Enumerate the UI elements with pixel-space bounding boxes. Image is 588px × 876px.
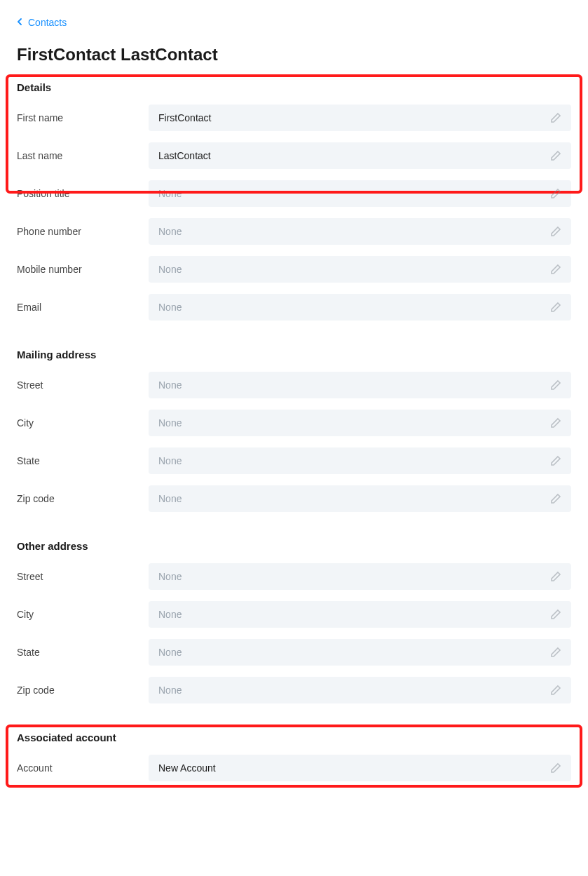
field-label: Street [17, 571, 149, 582]
section-other-address: Other address Street None City None Stat… [17, 540, 571, 703]
field-row-mail-state: State None [17, 447, 571, 474]
section-title-details: Details [17, 81, 571, 93]
field-row-account: Account New Account [17, 755, 571, 781]
field-placeholder: None [158, 379, 182, 391]
field-label: City [17, 609, 149, 620]
field-row-last-name: Last name LastContact [17, 142, 571, 169]
section-title-mailing: Mailing address [17, 349, 571, 360]
field-value: LastContact [158, 150, 211, 161]
pencil-icon [550, 112, 561, 123]
section-details: Details First name FirstContact Last nam… [17, 81, 571, 321]
account-field[interactable]: New Account [149, 755, 571, 781]
first-name-field[interactable]: FirstContact [149, 105, 571, 131]
field-row-email: Email None [17, 294, 571, 321]
pencil-icon [550, 188, 561, 199]
mailing-zip-field[interactable]: None [149, 485, 571, 512]
phone-number-field[interactable]: None [149, 218, 571, 245]
field-placeholder: None [158, 647, 182, 658]
field-label: Zip code [17, 493, 149, 504]
field-row-other-zip: Zip code None [17, 677, 571, 703]
field-label: Position title [17, 188, 149, 199]
breadcrumb-back[interactable]: Contacts [17, 17, 571, 28]
pencil-icon [550, 455, 561, 466]
pencil-icon [550, 609, 561, 620]
field-label: Last name [17, 150, 149, 161]
chevron-left-icon [17, 18, 22, 27]
field-placeholder: None [158, 264, 182, 275]
last-name-field[interactable]: LastContact [149, 142, 571, 169]
other-zip-field[interactable]: None [149, 677, 571, 703]
field-label: State [17, 647, 149, 658]
field-label: Account [17, 762, 149, 774]
other-state-field[interactable]: None [149, 639, 571, 666]
field-row-phone: Phone number None [17, 218, 571, 245]
pencil-icon [550, 493, 561, 504]
email-field[interactable]: None [149, 294, 571, 321]
field-label: Zip code [17, 685, 149, 696]
pencil-icon [550, 417, 561, 429]
section-associated-account: Associated account Account New Account [17, 732, 571, 781]
field-row-mail-zip: Zip code None [17, 485, 571, 512]
section-mailing-address: Mailing address Street None City None St… [17, 349, 571, 512]
pencil-icon [550, 302, 561, 313]
pencil-icon [550, 150, 561, 161]
field-placeholder: None [158, 493, 182, 504]
mailing-street-field[interactable]: None [149, 372, 571, 398]
field-placeholder: None [158, 226, 182, 237]
field-placeholder: None [158, 609, 182, 620]
mobile-number-field[interactable]: None [149, 256, 571, 283]
field-value: FirstContact [158, 112, 211, 123]
field-placeholder: None [158, 685, 182, 696]
field-row-mobile: Mobile number None [17, 256, 571, 283]
field-value: New Account [158, 762, 216, 774]
field-row-first-name: First name FirstContact [17, 105, 571, 131]
field-placeholder: None [158, 188, 182, 199]
field-row-other-state: State None [17, 639, 571, 666]
pencil-icon [550, 685, 561, 696]
field-label: First name [17, 112, 149, 123]
field-label: Email [17, 302, 149, 313]
section-title-account: Associated account [17, 732, 571, 743]
pencil-icon [550, 647, 561, 658]
field-row-other-street: Street None [17, 563, 571, 590]
field-label: Phone number [17, 226, 149, 237]
position-title-field[interactable]: None [149, 180, 571, 207]
field-label: City [17, 417, 149, 429]
page-title: FirstContact LastContact [17, 45, 571, 65]
field-row-position: Position title None [17, 180, 571, 207]
field-placeholder: None [158, 417, 182, 429]
breadcrumb-label: Contacts [28, 17, 67, 28]
pencil-icon [550, 379, 561, 391]
other-city-field[interactable]: None [149, 601, 571, 628]
field-label: Street [17, 379, 149, 391]
field-row-mail-city: City None [17, 410, 571, 436]
field-row-mail-street: Street None [17, 372, 571, 398]
mailing-city-field[interactable]: None [149, 410, 571, 436]
field-placeholder: None [158, 302, 182, 313]
field-placeholder: None [158, 455, 182, 466]
field-label: Mobile number [17, 264, 149, 275]
pencil-icon [550, 226, 561, 237]
field-placeholder: None [158, 571, 182, 582]
pencil-icon [550, 762, 561, 774]
pencil-icon [550, 264, 561, 275]
field-label: State [17, 455, 149, 466]
field-row-other-city: City None [17, 601, 571, 628]
other-street-field[interactable]: None [149, 563, 571, 590]
section-title-other: Other address [17, 540, 571, 552]
pencil-icon [550, 571, 561, 582]
mailing-state-field[interactable]: None [149, 447, 571, 474]
